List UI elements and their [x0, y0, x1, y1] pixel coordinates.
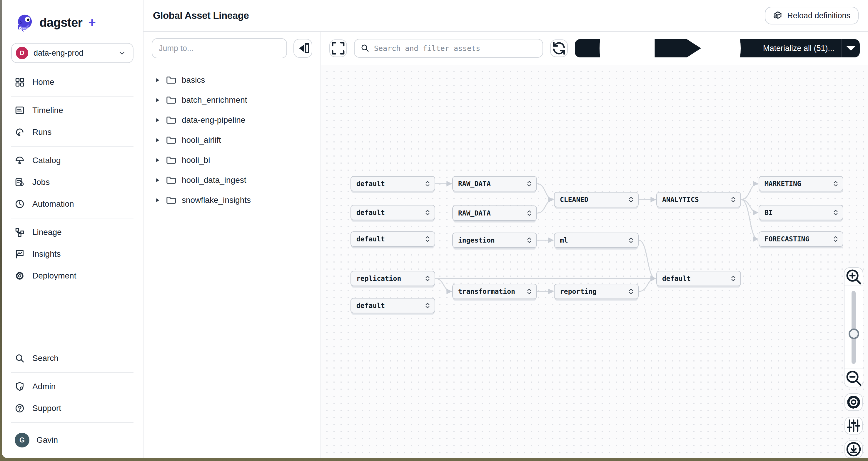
- unfold-icon[interactable]: [425, 235, 431, 242]
- unfold-icon[interactable]: [731, 275, 736, 282]
- tree-folder-basics[interactable]: basics: [144, 70, 320, 90]
- content: basicsbatch_enrichmentdata-eng-pipelineh…: [144, 32, 868, 458]
- asset-group-node-bi[interactable]: BI: [758, 205, 843, 220]
- sidebar-item-label: Admin: [32, 382, 56, 391]
- panel-collapse-icon: [294, 39, 312, 57]
- materialize-all-button[interactable]: Materialize all (51)...: [575, 39, 841, 57]
- asset-group-node-reporting[interactable]: reporting: [554, 284, 639, 299]
- zoom-out-button[interactable]: [844, 369, 863, 387]
- download-image-button[interactable]: [844, 440, 863, 458]
- unfold-icon[interactable]: [628, 237, 634, 244]
- asset-group-node-default-1[interactable]: default: [350, 176, 435, 191]
- caret-right-icon: [155, 157, 160, 163]
- folder-icon: [166, 175, 176, 185]
- asset-group-node-analytics[interactable]: ANALYTICS: [656, 192, 741, 207]
- timeline-icon: [15, 106, 25, 115]
- tree-folder-data-eng-pipeline[interactable]: data-eng-pipeline: [144, 110, 320, 130]
- asset-group-node-default-5[interactable]: default: [350, 298, 435, 313]
- user-menu[interactable]: G Gavin: [2, 428, 143, 457]
- unfold-icon[interactable]: [628, 288, 634, 295]
- lineage-edge-ml-to-default-4: [639, 240, 656, 279]
- refresh-button[interactable]: [550, 39, 568, 57]
- asset-group-node-default-4[interactable]: default: [656, 271, 741, 286]
- materialize-options-button[interactable]: [841, 39, 860, 57]
- sidebar-item-automation[interactable]: Automation: [2, 193, 143, 215]
- asset-group-node-ingestion[interactable]: ingestion: [452, 233, 537, 248]
- asset-group-node-default-3[interactable]: default: [350, 231, 435, 247]
- zoom-in-button[interactable]: [844, 268, 863, 286]
- collapse-panel-button[interactable]: [293, 39, 312, 58]
- insights-icon: [15, 249, 25, 259]
- sidebar-item-insights[interactable]: Insights: [2, 243, 143, 265]
- asset-group-node-cleaned[interactable]: CLEANED: [554, 192, 639, 207]
- caret-right-icon: [155, 198, 160, 203]
- sidebar-item-catalog[interactable]: Catalog: [2, 149, 143, 171]
- sidebar-item-admin[interactable]: Admin: [2, 376, 143, 397]
- unfold-icon[interactable]: [833, 235, 839, 242]
- sidebar-item-search[interactable]: Search: [2, 347, 143, 369]
- asset-tree-panel: basicsbatch_enrichmentdata-eng-pipelineh…: [144, 32, 321, 458]
- asset-group-node-raw-data-2[interactable]: RAW_DATA: [452, 205, 537, 221]
- jump-to-input[interactable]: [152, 38, 287, 58]
- zoom-control: [844, 267, 863, 387]
- unfold-icon[interactable]: [628, 196, 634, 203]
- unfold-icon[interactable]: [526, 237, 532, 244]
- sidebar-bottom: SearchAdminSupport G Gavin: [2, 345, 143, 458]
- sidebar-item-home[interactable]: Home: [2, 71, 143, 93]
- asset-group-node-forecasting[interactable]: FORECASTING: [758, 231, 843, 247]
- sidebar-item-runs[interactable]: Runs: [2, 121, 143, 143]
- unfold-icon[interactable]: [833, 209, 839, 216]
- graph-controls: [844, 267, 863, 458]
- asset-folder-tree: basicsbatch_enrichmentdata-eng-pipelineh…: [144, 65, 320, 215]
- unfold-icon[interactable]: [526, 180, 532, 187]
- graph-settings-button[interactable]: [844, 393, 863, 411]
- unfold-icon[interactable]: [731, 196, 736, 203]
- sidebar-item-deployment[interactable]: Deployment: [2, 265, 143, 287]
- sidebar-item-lineage[interactable]: Lineage: [2, 221, 143, 243]
- unfold-icon[interactable]: [425, 180, 431, 187]
- fullscreen-button[interactable]: [329, 39, 347, 57]
- tree-folder-label: hooli_bi: [182, 155, 210, 165]
- deployment-switcher[interactable]: D data-eng-prod: [11, 43, 133, 63]
- asset-group-node-raw-data-1[interactable]: RAW_DATA: [452, 176, 537, 191]
- asset-group-node-transformation[interactable]: transformation: [452, 284, 537, 299]
- unfold-icon[interactable]: [425, 209, 431, 216]
- sidebar-item-jobs[interactable]: Jobs: [2, 171, 143, 193]
- asset-group-node-marketing[interactable]: MARKETING: [758, 176, 843, 191]
- unfold-icon[interactable]: [833, 180, 839, 187]
- asset-search-input[interactable]: [354, 39, 543, 58]
- tree-folder-batch_enrichment[interactable]: batch_enrichment: [144, 90, 320, 110]
- tree-folder-hooli_bi[interactable]: hooli_bi: [144, 150, 320, 170]
- node-label: default: [356, 180, 385, 188]
- folder-icon: [166, 75, 176, 85]
- page-title: Global Asset Lineage: [153, 10, 249, 21]
- tree-folder-hooli_data_ingest[interactable]: hooli_data_ingest: [144, 170, 320, 190]
- unfold-icon[interactable]: [425, 302, 431, 309]
- asset-group-node-default-2[interactable]: default: [350, 205, 435, 220]
- tree-folder-snowflake_insights[interactable]: snowflake_insights: [144, 190, 320, 210]
- sidebar-main-nav: HomeTimelineRunsCatalogJobsAutomationLin…: [2, 69, 143, 289]
- node-label: RAW_DATA: [458, 209, 491, 217]
- dagster-logo[interactable]: dagster +: [2, 0, 143, 40]
- zoom-slider[interactable]: [844, 286, 863, 369]
- lineage-edge-analytics-to-bi: [741, 200, 758, 212]
- sidebar-item-timeline[interactable]: Timeline: [2, 99, 143, 121]
- chevron-down-icon: [118, 49, 126, 57]
- asset-group-node-replication[interactable]: replication: [350, 271, 435, 286]
- play-circle-icon: [582, 39, 758, 57]
- asset-group-node-ml[interactable]: ml: [554, 233, 639, 248]
- lineage-canvas[interactable]: defaultRAW_DATACLEANEDANALYTICSMARKETING…: [321, 65, 868, 458]
- unfold-icon[interactable]: [526, 210, 532, 217]
- catalog-icon: [15, 155, 25, 166]
- divider: [11, 146, 133, 147]
- reload-definitions-button[interactable]: Reload definitions: [765, 7, 859, 24]
- unfold-icon[interactable]: [526, 288, 532, 295]
- sidebar-item-support[interactable]: Support: [2, 397, 143, 419]
- tree-folder-label: batch_enrichment: [182, 95, 247, 105]
- zoom-slider-knob[interactable]: [848, 328, 859, 339]
- app-window: dagster + D data-eng-prod HomeTimelineRu…: [2, 0, 868, 458]
- zoom-slider-track[interactable]: [851, 291, 856, 364]
- tree-folder-hooli_airlift[interactable]: hooli_airlift: [144, 130, 320, 150]
- graph-filters-button[interactable]: [844, 417, 863, 434]
- unfold-icon[interactable]: [425, 275, 431, 282]
